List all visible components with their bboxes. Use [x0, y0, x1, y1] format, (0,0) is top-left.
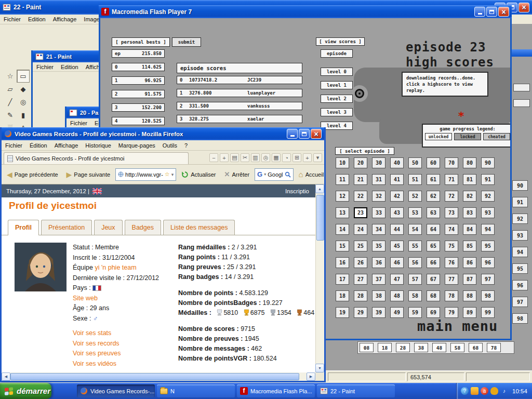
episode-grid-cell[interactable]: 98 — [481, 290, 495, 301]
episode-grid-cell[interactable]: 88 — [463, 290, 476, 301]
task-flash-player[interactable]: f Macromedia Flash Pla... — [237, 384, 315, 397]
highscore-row[interactable]: 2 331.500 vankusss — [177, 102, 302, 110]
view-score-button[interactable]: level 1 — [321, 81, 353, 89]
main-menu-button[interactable]: main menu — [417, 318, 498, 334]
episode-grid-cell[interactable]: 26 — [354, 257, 367, 268]
episode-grid-cell[interactable]: 66 — [427, 257, 440, 268]
ff-toolbar-icon[interactable]: ◔ — [282, 153, 291, 162]
update-shield-icon[interactable] — [490, 387, 498, 395]
paint-tool-icon[interactable]: ╱ — [4, 96, 17, 109]
scrollbar-thumb[interactable] — [10, 373, 299, 380]
back-button[interactable]: ◀Page précédente — [4, 168, 61, 181]
episode-grid-cell[interactable]: 55 — [408, 241, 422, 251]
episode-grid-cell[interactable]: 52 — [408, 191, 422, 202]
profile-link[interactable]: Voir ses preuves — [73, 349, 176, 359]
search-icon[interactable] — [285, 171, 291, 178]
episode-grid-cell[interactable]: 91 — [481, 174, 495, 185]
flash-titlebar[interactable]: f Macromedia Flash Player 7 × — [99, 5, 512, 18]
ff-toolbar-icon[interactable]: + — [303, 153, 312, 162]
episode-grid-cell[interactable]: 27 — [354, 274, 367, 285]
search-engine-dropdown-icon[interactable]: ▾ — [264, 172, 266, 177]
menu-item[interactable]: Outils — [159, 141, 181, 150]
paint-tool-icon[interactable]: ☆ — [4, 70, 17, 83]
profile-link[interactable]: Voir ses vidéos — [73, 359, 176, 369]
episode-grid-cell[interactable]: 60 — [427, 157, 440, 168]
episode-grid-cell[interactable]: 62 — [427, 191, 440, 202]
episode-grid-cell[interactable]: 85 — [463, 241, 476, 251]
profile-tab[interactable]: Présentation — [41, 220, 92, 235]
task-folder-n[interactable]: N — [157, 384, 235, 397]
menu-item[interactable]: Edit — [91, 118, 99, 127]
view-score-button[interactable]: level 0 — [321, 68, 353, 76]
episode-grid-cell[interactable]: 58 — [408, 290, 422, 301]
episode-grid-cell[interactable]: 96 — [481, 257, 495, 268]
episode-grid-cell[interactable]: 72 — [445, 191, 458, 202]
url-dropdown-icon[interactable]: ▾ — [171, 172, 174, 177]
submit-tab[interactable]: submit — [172, 37, 201, 47]
bookmark-star-icon[interactable]: ☆ — [165, 171, 170, 178]
personal-bests-tab[interactable]: [ personal bests ] — [112, 37, 170, 47]
episode-grid-cell[interactable]: 53 — [408, 207, 422, 218]
episode-grid-cell[interactable]: 46 — [390, 257, 404, 268]
episode-grid-cell[interactable]: 39 — [372, 307, 385, 318]
paint-tool-icon[interactable]: ▱ — [4, 83, 17, 96]
vertical-scrollbar[interactable]: ▲ ▼ — [315, 184, 324, 373]
episode-grid-cell[interactable]: 44 — [390, 224, 404, 235]
episode-grid-cell[interactable]: 69 — [427, 307, 440, 318]
episode-grid-cell[interactable]: 37 — [372, 274, 385, 285]
search-box[interactable]: G ▾ Googl — [255, 168, 294, 181]
episode-grid-cell[interactable]: 70 — [445, 157, 458, 168]
profile-tab[interactable]: Badges — [125, 220, 161, 235]
task-paint[interactable]: 22 - Paint — [317, 384, 395, 397]
minimize-button[interactable] — [474, 7, 485, 17]
ff-toolbar-icon[interactable]: ◎ — [261, 153, 270, 162]
episode-grid-cell[interactable]: 90 — [481, 157, 495, 168]
menu-item[interactable]: Affichage — [51, 141, 82, 150]
episode-grid-cell[interactable]: 16 — [336, 257, 349, 268]
maximize-button[interactable] — [299, 129, 310, 139]
highscore-row[interactable]: 3 328.275 xaelar — [177, 115, 302, 123]
paint-tool-icon[interactable]: ✎ — [4, 109, 17, 122]
profile-tab[interactable]: Liste des messages — [163, 220, 235, 235]
profile-tab[interactable]: Jeux — [94, 220, 122, 235]
episode-grid-cell[interactable]: 48 — [390, 290, 404, 301]
paint-tool-icon[interactable]: ▭ — [17, 70, 30, 83]
episode-grid-cell[interactable]: 92 — [481, 191, 495, 202]
view-score-button[interactable]: level 2 — [321, 95, 353, 103]
maximize-button[interactable] — [486, 7, 497, 17]
paint-tool-icon[interactable]: ◎ — [17, 96, 30, 109]
menu-item[interactable]: Edition — [24, 15, 49, 24]
episode-grid-cell[interactable]: 43 — [390, 207, 404, 218]
episode-grid-cell[interactable]: 82 — [463, 191, 476, 202]
episode-grid-cell[interactable]: 13 — [336, 207, 349, 218]
view-score-button[interactable]: level 3 — [321, 108, 353, 116]
episode-grid-cell[interactable]: 10 — [336, 157, 349, 168]
episode-grid-cell[interactable]: 87 — [463, 274, 476, 285]
scroll-right-icon[interactable]: ▶ — [307, 373, 315, 381]
episode-grid-cell[interactable]: 47 — [390, 274, 404, 285]
menu-item[interactable]: ? — [181, 141, 191, 150]
menu-item[interactable]: Edition — [57, 62, 82, 72]
menu-item[interactable]: Édition — [26, 141, 51, 150]
episode-grid-cell[interactable]: 36 — [372, 257, 385, 268]
episode-grid-cell[interactable]: 49 — [390, 307, 404, 318]
episode-grid-cell[interactable]: 30 — [372, 157, 385, 168]
view-score-button[interactable]: episode — [321, 49, 353, 58]
episode-grid-cell[interactable]: 93 — [481, 207, 495, 218]
episode-grid-cell[interactable]: 65 — [427, 241, 440, 251]
close-icon[interactable]: × — [498, 7, 509, 17]
episode-grid-cell[interactable]: 95 — [481, 241, 495, 251]
clock[interactable]: 10:54 — [512, 388, 527, 394]
episode-grid-cell[interactable]: 12 — [336, 191, 349, 202]
episode-grid-cell[interactable]: 75 — [445, 241, 458, 251]
episode-grid-cell[interactable]: 83 — [463, 207, 476, 218]
messenger-tray-icon[interactable] — [471, 387, 478, 395]
paint-tool-icon[interactable]: ◆ — [17, 83, 30, 96]
security-tray-icon[interactable]: ? — [461, 387, 469, 395]
episode-grid-cell[interactable]: 50 — [408, 157, 422, 168]
ff-toolbar-icon[interactable]: − — [209, 153, 218, 162]
episode-grid-cell[interactable]: 32 — [372, 191, 385, 202]
menu-item[interactable]: Historique — [82, 141, 115, 150]
firefox-titlebar[interactable]: Video Games Records - Profil de yicestmo… — [2, 127, 324, 140]
episode-grid-cell[interactable]: 78 — [445, 290, 458, 301]
